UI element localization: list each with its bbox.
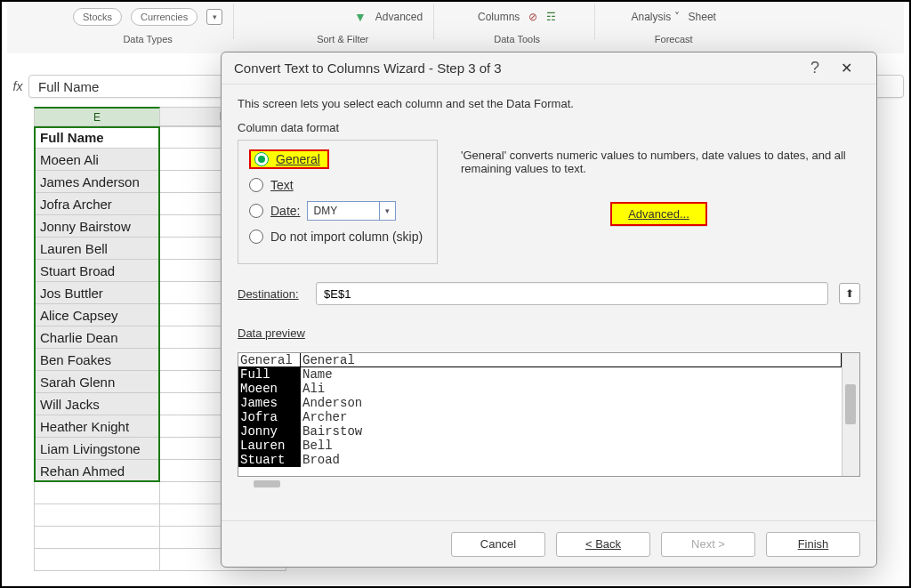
- preview-row[interactable]: LaurenBell: [238, 439, 842, 453]
- dialog-titlebar: Convert Text to Columns Wizard - Step 3 …: [222, 52, 876, 85]
- radio-text[interactable]: Text: [249, 178, 424, 192]
- ribbon-group-forecast: Forecast: [655, 34, 693, 44]
- data-preview[interactable]: GeneralGeneralFull NameMoeen AliJames An…: [238, 352, 860, 477]
- cell[interactable]: Jos Buttler: [34, 282, 160, 304]
- close-button[interactable]: ✕: [828, 52, 864, 85]
- col-header-E[interactable]: E: [34, 107, 160, 126]
- remove-dup-icon[interactable]: ⊘: [528, 11, 537, 23]
- datatypes-dropdown[interactable]: ▾: [206, 9, 222, 25]
- preview-label: Data preview: [238, 326, 860, 340]
- ribbon-group-datatools: Data Tools: [494, 34, 540, 44]
- chevron-down-icon: ▾: [379, 202, 395, 220]
- advanced-button[interactable]: Advanced...: [610, 202, 707, 226]
- cell[interactable]: James Anderson: [34, 171, 160, 193]
- cell[interactable]: Heather Knight: [34, 415, 160, 438]
- cell[interactable]: Lauren Bell: [34, 238, 160, 260]
- destination-label: Destination:: [238, 287, 305, 301]
- cell[interactable]: Jofra Archer: [34, 193, 160, 215]
- ribbon-forecast-sheet[interactable]: Sheet: [689, 11, 716, 23]
- cell[interactable]: Stuart Broad: [34, 260, 160, 282]
- cell[interactable]: Ben Foakes: [34, 349, 160, 371]
- ribbon-group-datatypes: Data Types: [123, 34, 172, 44]
- date-format-select[interactable]: DMY ▾: [307, 201, 396, 221]
- ribbon-textcolumns[interactable]: Columns: [478, 11, 520, 23]
- preview-row[interactable]: Moeen Ali: [238, 382, 842, 396]
- preview-vscrollbar[interactable]: [842, 353, 859, 476]
- cell[interactable]: [34, 504, 160, 527]
- back-button[interactable]: < Back: [556, 532, 650, 557]
- cell[interactable]: Will Jacks: [34, 393, 160, 415]
- ribbon-analysis[interactable]: Analysis ˅: [632, 11, 680, 23]
- radio-skip[interactable]: Do not import column (skip): [249, 230, 424, 244]
- preview-row[interactable]: Jonny Bairstow: [238, 424, 842, 439]
- column-format-label: Column data format: [238, 121, 860, 134]
- cell[interactable]: [34, 527, 160, 549]
- ribbon: Stocks Currencies ▾ Data Types ▼ Advance…: [7, 2, 904, 53]
- ribbon-stocks[interactable]: Stocks: [73, 8, 122, 26]
- preview-row[interactable]: James Anderson: [238, 396, 842, 410]
- help-button[interactable]: ?: [802, 59, 828, 77]
- cell[interactable]: Rehan Ahmed: [34, 460, 160, 482]
- arrow-up-icon: ⬆: [845, 287, 854, 300]
- cell[interactable]: Charlie Dean: [34, 326, 160, 349]
- ribbon-advanced[interactable]: Advanced: [375, 11, 423, 23]
- cell[interactable]: [34, 482, 160, 504]
- radio-general-dot: [254, 152, 269, 166]
- dialog-description: This screen lets you select each column …: [238, 97, 860, 110]
- format-radio-group: General Text Date: DMY ▾ D: [238, 140, 438, 264]
- collapse-dialog-button[interactable]: ⬆: [839, 283, 860, 304]
- ribbon-currencies[interactable]: Currencies: [131, 8, 198, 26]
- destination-input[interactable]: [316, 282, 828, 305]
- finish-button[interactable]: Finish: [766, 532, 860, 557]
- general-hint: 'General' converts numeric values to num…: [461, 149, 857, 175]
- dialog-buttons: Cancel < Back Next > Finish: [222, 520, 876, 567]
- radio-general[interactable]: General: [249, 149, 329, 169]
- text-to-columns-dialog: Convert Text to Columns Wizard - Step 3 …: [221, 52, 877, 568]
- dialog-title: Convert Text to Columns Wizard - Step 3 …: [234, 60, 502, 76]
- preview-row[interactable]: StuartBroad: [238, 453, 842, 467]
- cell[interactable]: Moeen Ali: [34, 149, 160, 171]
- filter-icon: ▼: [354, 10, 367, 24]
- cell[interactable]: Full Name: [34, 126, 160, 149]
- cell[interactable]: [34, 549, 160, 571]
- cell[interactable]: Sarah Glenn: [34, 371, 160, 393]
- cell[interactable]: Liam Livingstone: [34, 438, 160, 460]
- preview-row[interactable]: Full Name: [238, 367, 842, 382]
- cell[interactable]: Jonny Bairstow: [34, 215, 160, 238]
- cancel-button[interactable]: Cancel: [451, 532, 545, 557]
- preview-row[interactable]: Jofra Archer: [238, 410, 842, 424]
- ribbon-group-sortfilter: Sort & Filter: [317, 34, 368, 44]
- fx-icon[interactable]: fx: [7, 79, 28, 93]
- cell[interactable]: Alice Capsey: [34, 304, 160, 326]
- next-button: Next >: [661, 532, 755, 557]
- preview-hscrollbar[interactable]: [238, 479, 860, 489]
- radio-date[interactable]: Date: DMY ▾: [249, 201, 424, 221]
- preview-header-row: GeneralGeneral: [238, 353, 842, 367]
- data-model-icon[interactable]: ☶: [546, 11, 556, 23]
